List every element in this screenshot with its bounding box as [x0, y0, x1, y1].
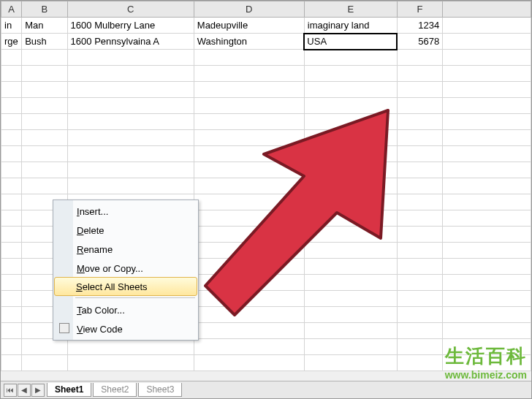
- tab-nav-next[interactable]: ▶: [31, 384, 45, 397]
- cell-empty[interactable]: [397, 98, 442, 114]
- cell-empty[interactable]: [67, 146, 194, 162]
- cell-empty[interactable]: [304, 243, 397, 259]
- cell-empty[interactable]: [443, 162, 531, 178]
- tab-nav-first[interactable]: ⏮: [4, 384, 17, 397]
- cell-empty[interactable]: [397, 146, 442, 162]
- cell-empty[interactable]: [304, 210, 397, 227]
- cell-empty[interactable]: [194, 98, 304, 114]
- cell-B1[interactable]: Man: [22, 18, 67, 34]
- cell-empty[interactable]: [443, 34, 531, 50]
- cell-empty[interactable]: [397, 355, 442, 371]
- cell-empty[interactable]: [194, 66, 304, 82]
- cell-empty[interactable]: [194, 307, 304, 323]
- menu-select-all-sheets[interactable]: Select All Sheets: [54, 277, 197, 296]
- cell-empty[interactable]: [443, 130, 531, 146]
- cell-empty[interactable]: [194, 339, 304, 355]
- cell-empty[interactable]: [194, 114, 304, 130]
- menu-move-copy[interactable]: Move or Copy...: [55, 259, 197, 278]
- cell-empty[interactable]: [67, 66, 194, 82]
- cell-empty[interactable]: [1, 82, 22, 98]
- cell-empty[interactable]: [397, 194, 442, 210]
- cell-D2[interactable]: Washington: [194, 34, 304, 50]
- cell-empty[interactable]: [194, 275, 304, 291]
- cell-empty[interactable]: [443, 98, 531, 114]
- cell-empty[interactable]: [304, 291, 397, 307]
- cell-empty[interactable]: [397, 259, 442, 275]
- cell-empty[interactable]: [1, 275, 22, 291]
- cell-empty[interactable]: [443, 82, 531, 98]
- cell-empty[interactable]: [22, 50, 67, 66]
- cell-empty[interactable]: [67, 162, 194, 178]
- cell-empty[interactable]: [67, 50, 194, 66]
- cell-empty[interactable]: [194, 355, 304, 371]
- cell-empty[interactable]: [443, 259, 531, 275]
- menu-insert[interactable]: Insert...: [55, 202, 197, 221]
- cell-empty[interactable]: [304, 50, 397, 66]
- col-header-A[interactable]: A: [1, 1, 22, 18]
- cell-empty[interactable]: [397, 307, 442, 323]
- cell-empty[interactable]: [194, 194, 304, 210]
- cell-empty[interactable]: [1, 98, 22, 114]
- cell-empty[interactable]: [304, 275, 397, 291]
- cell-empty[interactable]: [22, 146, 67, 162]
- cell-empty[interactable]: [443, 194, 531, 210]
- cell-empty[interactable]: [397, 130, 442, 146]
- cell-empty[interactable]: [397, 114, 442, 130]
- cell-empty[interactable]: [194, 178, 304, 194]
- cell-empty[interactable]: [1, 210, 22, 227]
- col-header-C[interactable]: C: [67, 1, 194, 18]
- cell-empty[interactable]: [397, 50, 442, 66]
- cell-C2[interactable]: 1600 Pennsylvaina A: [67, 34, 194, 50]
- cell-empty[interactable]: [22, 114, 67, 130]
- menu-tab-color[interactable]: Tab Color...: [55, 300, 197, 319]
- cell-empty[interactable]: [67, 355, 194, 371]
- cell-empty[interactable]: [397, 66, 442, 82]
- col-header-extra[interactable]: [443, 1, 531, 18]
- cell-empty[interactable]: [304, 66, 397, 82]
- tab-nav-prev[interactable]: ◀: [18, 384, 31, 397]
- cell-empty[interactable]: [443, 66, 531, 82]
- cell-empty[interactable]: [443, 114, 531, 130]
- cell-empty[interactable]: [443, 243, 531, 259]
- cell-empty[interactable]: [443, 291, 531, 307]
- cell-empty[interactable]: [67, 114, 194, 130]
- cell-empty[interactable]: [304, 194, 397, 210]
- cell-empty[interactable]: [304, 146, 397, 162]
- cell-empty[interactable]: [67, 339, 194, 355]
- cell-empty[interactable]: [194, 243, 304, 259]
- cell-empty[interactable]: [397, 291, 442, 307]
- cell-empty[interactable]: [1, 227, 22, 243]
- cell-empty[interactable]: [397, 243, 442, 259]
- cell-empty[interactable]: [304, 259, 397, 275]
- cell-empty[interactable]: [22, 339, 67, 355]
- cell-empty[interactable]: [304, 114, 397, 130]
- cell-empty[interactable]: [1, 355, 22, 371]
- cell-empty[interactable]: [1, 291, 22, 307]
- cell-empty[interactable]: [397, 323, 442, 339]
- cell-empty[interactable]: [443, 146, 531, 162]
- cell-empty[interactable]: [194, 210, 304, 227]
- cell-empty[interactable]: [443, 275, 531, 291]
- cell-empty[interactable]: [67, 82, 194, 98]
- cell-empty[interactable]: [22, 355, 67, 371]
- menu-delete[interactable]: Delete: [55, 221, 197, 240]
- cell-empty[interactable]: [1, 194, 22, 210]
- cell-empty[interactable]: [397, 178, 442, 194]
- cell-empty[interactable]: [1, 243, 22, 259]
- cell-empty[interactable]: [304, 98, 397, 114]
- cell-D1[interactable]: Madeupville: [194, 18, 304, 34]
- cell-empty[interactable]: [194, 227, 304, 243]
- cell-empty[interactable]: [1, 130, 22, 146]
- cell-E1[interactable]: imaginary land: [304, 18, 397, 34]
- sheet-tab-1[interactable]: Sheet1: [47, 383, 91, 397]
- cell-empty[interactable]: [22, 178, 67, 194]
- cell-empty[interactable]: [194, 82, 304, 98]
- cell-empty[interactable]: [1, 114, 22, 130]
- cell-empty[interactable]: [1, 50, 22, 66]
- cell-empty[interactable]: [397, 210, 442, 227]
- cell-empty[interactable]: [67, 130, 194, 146]
- menu-view-code[interactable]: View Code: [55, 319, 197, 338]
- cell-empty[interactable]: [304, 162, 397, 178]
- cell-empty[interactable]: [304, 178, 397, 194]
- cell-empty[interactable]: [194, 130, 304, 146]
